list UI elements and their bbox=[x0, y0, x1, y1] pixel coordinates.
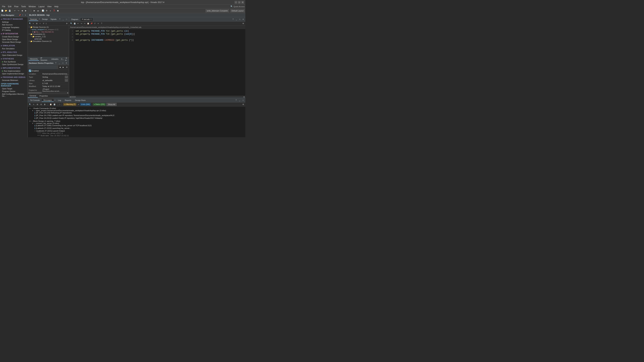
block-design-header-log[interactable]: ▼ ○ Block Design (1 warning, 7 infos) bbox=[29, 120, 244, 122]
sources-minimize[interactable]: _ bbox=[62, 18, 65, 21]
nav-open-elaborated-design[interactable]: Open Elaborated Design bbox=[0, 54, 28, 56]
new-file-button[interactable]: 📄 bbox=[1, 9, 4, 12]
msg-clear[interactable]: 🗑 bbox=[43, 103, 46, 106]
cut-button[interactable]: ✂ bbox=[83, 22, 86, 25]
msg-expand[interactable]: ⊞ bbox=[36, 103, 39, 106]
flow-nav-close[interactable]: ✕ bbox=[24, 14, 26, 16]
settings-button[interactable]: ⚙ bbox=[45, 9, 48, 12]
nav-ip-catalog[interactable]: IP Catalog bbox=[0, 29, 28, 31]
tree-led-xdc[interactable]: ■ led.xdc bbox=[28, 38, 69, 40]
add-source-button[interactable]: + bbox=[38, 22, 42, 25]
open-project-header[interactable]: ▼ ○ open_project /home/carson/Documents/… bbox=[32, 110, 244, 112]
tab-sources[interactable]: Sources bbox=[29, 18, 38, 21]
nav-open-implemented-design[interactable]: Open Implemented Design bbox=[0, 72, 28, 75]
enabled-checkbox[interactable] bbox=[29, 70, 31, 72]
minimize-button[interactable]: ─ bbox=[234, 1, 237, 4]
msg-collapse[interactable]: ≡ bbox=[32, 103, 35, 106]
sources-help[interactable]: ? bbox=[58, 18, 61, 21]
bottom-maximize[interactable]: □ bbox=[242, 99, 245, 102]
tree-top-bd[interactable]: ▶ ◼ top_i : top (top.bd) (1) bbox=[28, 31, 69, 33]
connect-hw-header[interactable]: ▼ ○ connect_hw_server (3 infos) bbox=[32, 122, 244, 124]
tb-extra2[interactable]: ◼ bbox=[56, 9, 60, 12]
hw-props-settings[interactable]: ⚙ bbox=[65, 66, 68, 69]
code-editor[interactable]: 1 2 3 4 set_property PACKAGE_PIN Y14 [ge… bbox=[69, 29, 245, 98]
tab-ip-sources[interactable]: IP Sources bbox=[39, 57, 50, 61]
redo-edit-button[interactable]: ↪ bbox=[80, 22, 83, 25]
reports-button[interactable]: 📊 bbox=[41, 9, 45, 12]
tab-general[interactable]: General bbox=[28, 94, 38, 98]
tab-messages[interactable]: Messages bbox=[42, 99, 54, 102]
nav-generate-bitstream[interactable]: Generate Bitstream bbox=[0, 79, 28, 82]
undo-edit-button[interactable]: ↩ bbox=[76, 22, 80, 25]
undo-button[interactable]: ↩ bbox=[13, 9, 16, 12]
nav-create-block-design[interactable]: Create Block Design bbox=[0, 35, 28, 38]
menu-layout[interactable]: Layout bbox=[37, 5, 46, 8]
tab-tcl-console[interactable]: Tcl Console bbox=[28, 99, 42, 102]
sources-settings[interactable]: ⚙ bbox=[65, 22, 68, 25]
info-badge[interactable]: ℹ Info (164) bbox=[80, 103, 91, 106]
open-button[interactable]: 📂 bbox=[4, 9, 8, 12]
tree-design-sources[interactable]: ▼ 📁 Design Sources (1) bbox=[28, 26, 69, 28]
nav-program-device[interactable]: Program Device bbox=[0, 90, 28, 93]
menu-tools[interactable]: Tools bbox=[20, 5, 27, 8]
nav-language-templates[interactable]: Language Templates bbox=[0, 26, 28, 29]
hw-nav-forward[interactable]: ▶ bbox=[62, 66, 65, 69]
tree-constrs-1[interactable]: ▼ 📁 constrs_1 (1) bbox=[28, 35, 69, 38]
hw-props-close[interactable]: ✕ bbox=[65, 62, 68, 65]
find-button[interactable]: 🔍 bbox=[70, 22, 73, 25]
menu-window[interactable]: Window bbox=[27, 5, 37, 8]
msg-copy[interactable]: 📋 bbox=[49, 103, 52, 106]
tab-libraries[interactable]: Libraries bbox=[50, 58, 60, 60]
menu-help[interactable]: Help bbox=[53, 5, 60, 8]
stop-button[interactable]: ⬛ bbox=[29, 9, 32, 12]
expand-all-button[interactable]: ⊞ bbox=[35, 22, 38, 25]
editor-minimize[interactable]: _ bbox=[235, 18, 238, 21]
save-file-button[interactable]: 💾 bbox=[73, 22, 76, 25]
scroll-left-arrow[interactable]: ◀ bbox=[70, 96, 71, 98]
nav-add-config-mem[interactable]: Add Configuration Memory De... bbox=[0, 93, 28, 97]
tab-log[interactable]: Log bbox=[56, 99, 63, 102]
tab-design-runs[interactable]: Design Runs bbox=[73, 99, 87, 102]
editor-maximize[interactable]: □ bbox=[238, 18, 241, 21]
back-button[interactable]: ◀ bbox=[20, 9, 24, 12]
flow-nav-pin[interactable]: 📌 bbox=[18, 14, 21, 16]
paste-button[interactable]: 📌 bbox=[90, 22, 93, 25]
bottom-settings[interactable]: ⚙ bbox=[242, 103, 245, 106]
nav-add-sources[interactable]: Add Sources bbox=[0, 23, 28, 26]
tab-reports[interactable]: Reports bbox=[63, 99, 73, 102]
nav-settings[interactable]: Settings bbox=[0, 21, 28, 23]
menu-edit[interactable]: Edit bbox=[6, 5, 13, 8]
save-button[interactable]: 💾 bbox=[8, 9, 12, 12]
warning-badge[interactable]: ⚠ Warning (7) bbox=[63, 103, 76, 106]
diagram-scroll-bar[interactable]: ◀ ▶ bbox=[69, 96, 245, 98]
hw-nav-back[interactable]: ◀ bbox=[58, 66, 62, 69]
msg-filter[interactable]: ⊟ bbox=[40, 103, 43, 106]
tree-constraints[interactable]: ▼ 📁 Constraints (1) bbox=[28, 33, 69, 35]
editor-gear[interactable]: ⚙ bbox=[242, 22, 245, 25]
nav-open-synthesized-design[interactable]: Open Synthesized Design bbox=[0, 63, 28, 66]
bottom-minimize[interactable]: _ bbox=[238, 99, 241, 102]
tab-c-sources[interactable]: C... bbox=[60, 58, 66, 60]
nav-run-simulation[interactable]: Run Simulation bbox=[0, 47, 28, 50]
uncomment-button[interactable]: ≡ bbox=[97, 22, 100, 25]
forward-button[interactable]: ▶ bbox=[24, 9, 28, 12]
tab-signals[interactable]: Signals bbox=[49, 18, 58, 21]
sources-maximize[interactable]: □ bbox=[65, 18, 68, 21]
tb-extra1[interactable]: ❓ bbox=[52, 9, 56, 12]
collapse-all-button[interactable]: ≡ bbox=[32, 22, 35, 25]
comment-button[interactable]: // bbox=[93, 22, 96, 25]
tree-top-wrapper[interactable]: ▼ ■ top_wrapper (top_wrapper.v) (1) bbox=[28, 28, 69, 31]
refresh-sources-button[interactable]: ↺ bbox=[42, 22, 45, 25]
hw-file-name-input[interactable]: top_wrapper.v bbox=[28, 66, 58, 69]
more-button[interactable]: ≡ bbox=[49, 9, 52, 12]
tab-properties[interactable]: Properties bbox=[38, 94, 50, 97]
copy-button[interactable]: 📋 bbox=[86, 22, 90, 25]
status-badge[interactable]: ● Status (231) bbox=[93, 103, 106, 106]
tab-led-xdc-close[interactable]: ✕ bbox=[90, 18, 92, 20]
menu-flow[interactable]: Flow bbox=[13, 5, 20, 8]
nav-open-target[interactable]: Open Target bbox=[0, 87, 28, 90]
search-sources-button[interactable]: 🔍 bbox=[28, 22, 32, 25]
tab-diagram[interactable]: Diagram bbox=[70, 18, 80, 21]
step-button[interactable]: ⏭ bbox=[36, 9, 40, 12]
editor-help[interactable]: ? bbox=[232, 18, 234, 21]
